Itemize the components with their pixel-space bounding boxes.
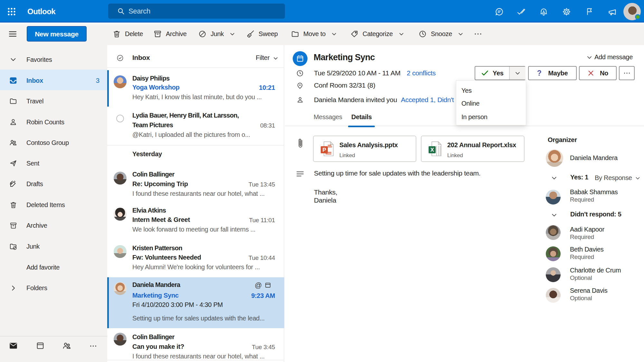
svg-text:X: X	[430, 147, 434, 153]
svg-text:P: P	[322, 147, 326, 153]
